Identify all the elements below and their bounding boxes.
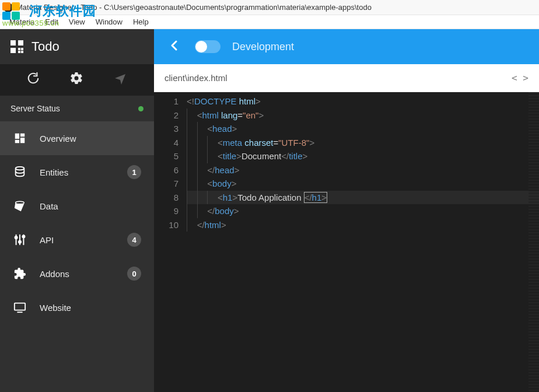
content-area: Development client\index.html < > 123456…: [154, 29, 539, 392]
server-status-row[interactable]: Server Status: [0, 96, 154, 121]
bucket-icon: [13, 199, 27, 213]
nav-label: API: [40, 235, 114, 245]
server-status-label: Server Status: [10, 104, 60, 113]
topbar: Development: [154, 29, 539, 64]
svg-rect-0: [15, 134, 19, 139]
titlebar: Materia Designer - Todo - C:\Users\geoas…: [0, 0, 539, 15]
nav-label: Overview: [40, 134, 141, 144]
monitor-icon: [13, 300, 27, 314]
line-number: 8: [154, 191, 178, 205]
code-line[interactable]: <title>Document</title>: [187, 149, 539, 163]
minimap[interactable]: [528, 92, 539, 392]
line-number: 1: [154, 94, 178, 108]
sidebar-item-overview[interactable]: Overview: [0, 121, 154, 155]
app-icon: [4, 3, 13, 12]
menubar: MateriaEditViewWindowHelp: [0, 15, 539, 29]
svg-rect-1: [20, 134, 24, 137]
sidebar-item-addons[interactable]: Addons0: [0, 257, 154, 290]
line-number: 6: [154, 163, 178, 177]
nav-label: Addons: [40, 269, 114, 279]
status-indicator-icon: [138, 106, 144, 111]
code-line[interactable]: <h1>Todo Application </h1>: [187, 191, 539, 205]
line-gutter: 12345678910: [154, 92, 187, 392]
restart-button[interactable]: [27, 72, 40, 88]
menu-item-materia[interactable]: Materia: [5, 16, 39, 27]
sidebar-item-data[interactable]: Data: [0, 189, 154, 223]
puzzle-icon: [13, 267, 27, 281]
svg-rect-12: [15, 303, 25, 310]
line-number: 2: [154, 108, 178, 123]
file-tab-bar: client\index.html < >: [154, 64, 539, 92]
open-file-name: client\index.html: [164, 73, 228, 83]
svg-point-5: [16, 201, 24, 204]
sidebar: Todo Server Status OverviewEntities1Data…: [0, 29, 154, 392]
code-line[interactable]: <head>: [187, 122, 539, 136]
settings-button[interactable]: [69, 71, 83, 89]
menu-item-view[interactable]: View: [64, 16, 90, 27]
code-body[interactable]: <!DOCTYPE html> <html lang="en"> <head> …: [187, 92, 539, 392]
sidebar-item-api[interactable]: API4: [0, 223, 154, 257]
code-line[interactable]: <body>: [187, 177, 539, 191]
nav-label: Website: [40, 303, 141, 313]
back-button[interactable]: [166, 38, 183, 56]
code-line[interactable]: </head>: [187, 163, 539, 177]
code-view-icon[interactable]: < >: [512, 72, 528, 83]
code-line[interactable]: <!DOCTYPE html>: [187, 94, 539, 108]
deploy-button[interactable]: [113, 71, 127, 89]
badge: 1: [127, 165, 141, 179]
svg-rect-2: [15, 140, 19, 144]
dashboard-icon: [13, 131, 27, 145]
badge: 0: [127, 267, 141, 281]
sidebar-item-entities[interactable]: Entities1: [0, 155, 154, 189]
line-number: 3: [154, 122, 178, 136]
environment-toggle[interactable]: [195, 40, 220, 53]
project-name: Todo: [32, 39, 60, 54]
sidebar-nav: OverviewEntities1DataAPI4Addons0Website: [0, 121, 154, 392]
environment-label: Development: [232, 41, 294, 53]
apps-grid-icon[interactable]: [10, 40, 23, 53]
menu-item-window[interactable]: Window: [91, 16, 127, 27]
line-number: 9: [154, 204, 178, 218]
window-title: Materia Designer - Todo - C:\Users\geoas…: [16, 3, 372, 12]
sliders-icon: [13, 233, 27, 247]
sidebar-tools: [0, 64, 154, 96]
nav-label: Entities: [40, 167, 114, 177]
badge: 4: [127, 233, 141, 247]
menu-item-edit[interactable]: Edit: [40, 16, 62, 27]
svg-point-4: [16, 167, 24, 170]
line-number: 4: [154, 136, 178, 150]
menu-item-help[interactable]: Help: [128, 16, 153, 27]
nav-label: Data: [40, 201, 141, 211]
code-line[interactable]: <html lang="en">: [187, 108, 539, 123]
sidebar-item-website[interactable]: Website: [0, 290, 154, 324]
line-number: 7: [154, 177, 178, 191]
code-line[interactable]: </html>: [187, 218, 539, 232]
code-line[interactable]: </body>: [187, 204, 539, 218]
svg-point-10: [19, 241, 21, 243]
svg-point-11: [22, 235, 24, 237]
code-editor[interactable]: 12345678910 <!DOCTYPE html> <html lang="…: [154, 92, 539, 392]
svg-rect-3: [20, 138, 24, 143]
database-icon: [13, 165, 27, 179]
sidebar-header: Todo: [0, 29, 154, 64]
line-number: 10: [154, 218, 178, 232]
code-line[interactable]: <meta charset="UTF-8">: [187, 136, 539, 150]
svg-point-9: [15, 236, 18, 239]
line-number: 5: [154, 149, 178, 163]
